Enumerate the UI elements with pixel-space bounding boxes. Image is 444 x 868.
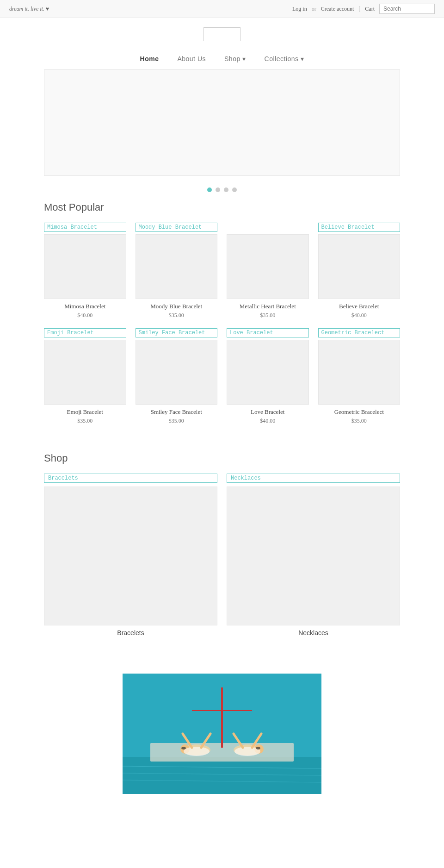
- logo-area: [0, 18, 444, 46]
- svg-point-18: [181, 747, 186, 749]
- product-image-believe: [318, 234, 401, 299]
- top-bar: dream it. live it. ♥ Log in or Create ac…: [0, 0, 444, 18]
- product-link-mimosa[interactable]: Mimosa Bracelet: [44, 223, 126, 232]
- nav-about[interactable]: About Us: [177, 55, 206, 62]
- product-image-metallic-heart: [227, 234, 309, 299]
- login-link[interactable]: Log in: [292, 6, 307, 12]
- product-mimosa: Mimosa Bracelet Mimosa Bracelet $40.00: [44, 223, 126, 319]
- shop-title: Shop: [44, 452, 400, 464]
- bottom-lifestyle-image: [123, 674, 321, 794]
- product-price-emoji: $35.00: [44, 418, 126, 425]
- product-link-moody-blue[interactable]: Moody Blue Bracelet: [136, 223, 218, 232]
- nav-shop[interactable]: Shop ▾: [224, 55, 246, 62]
- product-image-moody-blue: [136, 234, 218, 299]
- product-name-believe: Believe Bracelet: [318, 303, 401, 310]
- product-link-love[interactable]: Love Bracelet: [227, 328, 309, 337]
- bottom-image-inner: [123, 674, 321, 794]
- most-popular-section: Most Popular Mimosa Bracelet Mimosa Brac…: [0, 201, 444, 452]
- product-moody-blue: Moody Blue Bracelet Moody Blue Bracelet …: [136, 223, 218, 319]
- product-grid-row1: Mimosa Bracelet Mimosa Bracelet $40.00 M…: [44, 223, 400, 319]
- shop-bracelets-name: Bracelets: [44, 629, 217, 637]
- product-image-mimosa: [44, 234, 126, 299]
- product-geometric: Geometric Bracelect Geometric Bracelect …: [318, 328, 401, 425]
- lifestyle-svg: [123, 674, 321, 794]
- product-name-geometric: Geometric Bracelect: [318, 408, 401, 416]
- top-bar-actions: Log in or Create account [ Cart: [292, 4, 435, 14]
- bottom-image-section: [0, 664, 444, 808]
- slide-dots: [0, 183, 444, 201]
- most-popular-title: Most Popular: [44, 201, 400, 213]
- product-price-mimosa: $40.00: [44, 312, 126, 319]
- product-name-love: Love Bracelet: [227, 408, 309, 416]
- product-name-moody-blue: Moody Blue Bracelet: [136, 303, 218, 310]
- product-name-metallic-heart: Metallic Heart Bracelet: [227, 303, 309, 310]
- product-name-mimosa: Mimosa Bracelet: [44, 303, 126, 310]
- product-price-metallic-heart: $35.00: [227, 312, 309, 319]
- cart-link[interactable]: Cart: [365, 6, 375, 12]
- product-image-emoji: [44, 340, 126, 405]
- product-price-smiley-face: $35.00: [136, 418, 218, 425]
- product-link-smiley-face[interactable]: Smiley Face Bracelet: [136, 328, 218, 337]
- nav-home[interactable]: Home: [140, 55, 159, 62]
- slide-dot-1[interactable]: [207, 187, 212, 192]
- shop-bracelets-link[interactable]: Bracelets: [44, 474, 217, 483]
- search-input[interactable]: [379, 4, 435, 14]
- product-metallic-heart: Metallic Heart Metallic Heart Bracelet $…: [227, 223, 309, 319]
- product-smiley-face: Smiley Face Bracelet Smiley Face Bracele…: [136, 328, 218, 425]
- shop-bracelets-image[interactable]: [44, 487, 217, 625]
- product-link-emoji[interactable]: Emoji Bracelet: [44, 328, 126, 337]
- product-price-love: $40.00: [227, 418, 309, 425]
- shop-grid: Bracelets Bracelets Necklaces Necklaces: [44, 474, 400, 637]
- svg-point-19: [256, 747, 260, 749]
- slide-dot-4[interactable]: [232, 187, 237, 192]
- product-emoji: Emoji Bracelet Emoji Bracelet $35.00: [44, 328, 126, 425]
- shop-necklaces-name: Necklaces: [227, 629, 400, 637]
- product-link-believe[interactable]: Believe Bracelet: [318, 223, 401, 232]
- create-account-link[interactable]: Create account: [321, 6, 354, 12]
- svg-point-12: [184, 747, 210, 756]
- product-name-emoji: Emoji Bracelet: [44, 408, 126, 416]
- product-price-moody-blue: $35.00: [136, 312, 218, 319]
- hero-slideshow[interactable]: [44, 69, 400, 176]
- separator: or: [312, 6, 316, 12]
- shop-necklaces-image[interactable]: [227, 487, 400, 625]
- product-link-geometric[interactable]: Geometric Bracelect: [318, 328, 401, 337]
- product-love: Love Bracelet Love Bracelet $40.00: [227, 328, 309, 425]
- product-image-love: [227, 340, 309, 405]
- shop-section: Shop Bracelets Bracelets Necklaces Neckl…: [0, 452, 444, 664]
- shop-necklaces-link[interactable]: Necklaces: [227, 474, 400, 483]
- tagline: dream it. live it. ♥: [9, 6, 49, 12]
- product-believe: Believe Bracelet Believe Bracelet $40.00: [318, 223, 401, 319]
- product-image-geometric: [318, 340, 401, 405]
- slide-dot-3[interactable]: [224, 187, 228, 192]
- nav-collections[interactable]: Collections ▾: [265, 55, 304, 62]
- product-image-smiley-face: [136, 340, 218, 405]
- product-price-geometric: $35.00: [318, 418, 401, 425]
- svg-rect-1: [123, 757, 321, 794]
- product-price-believe: $40.00: [318, 312, 401, 319]
- main-nav: Home About Us Shop ▾ Collections ▾: [0, 46, 444, 69]
- product-name-smiley-face: Smiley Face Bracelet: [136, 408, 218, 416]
- shop-bracelets: Bracelets Bracelets: [44, 474, 217, 637]
- shop-necklaces: Necklaces Necklaces: [227, 474, 400, 637]
- product-grid-row2: Emoji Bracelet Emoji Bracelet $35.00 Smi…: [44, 328, 400, 425]
- slide-dot-2[interactable]: [216, 187, 220, 192]
- logo[interactable]: [204, 27, 240, 41]
